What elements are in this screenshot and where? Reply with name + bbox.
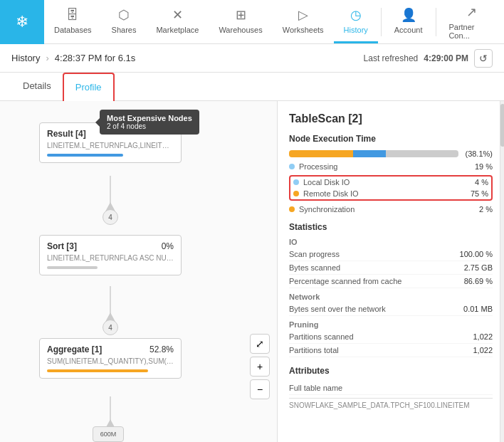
partitions-scanned-label: Partitions scanned <box>289 332 354 341</box>
worksheets-icon: ▷ <box>298 7 308 23</box>
bytes-network-label: Bytes sent over the network <box>289 305 386 313</box>
stats-row-cache-pct: Percentage scanned from cache 86.69 % <box>289 275 493 288</box>
warehouses-icon: ⊞ <box>236 7 246 23</box>
node-sort[interactable]: Sort [3] 0% LINEITEM.L_RETURNFLAG ASC NU… <box>39 235 182 275</box>
full-table-name-label: Full table name <box>289 384 342 392</box>
node-sort-title: Sort [3] <box>47 241 77 251</box>
connector-label-3: 600M <box>93 426 124 442</box>
partitions-total-label: Partitions total <box>289 346 339 354</box>
nav-label-history: History <box>344 26 368 34</box>
breadcrumb-detail: 4:28:37 PM for 6.1s <box>55 53 135 63</box>
tooltip-most-expensive: Most Expensive Nodes 2 of 4 nodes <box>100 110 199 135</box>
exec-bar-sync: Synchronization 2 % <box>289 205 493 214</box>
nav-items: 🗄 Databases ⬡ Shares ✕ Marketplace ⊞ War… <box>44 0 504 43</box>
exec-sync-value: 2 % <box>464 205 493 214</box>
history-icon: ◷ <box>350 7 362 23</box>
breadcrumb-separator: › <box>46 53 48 63</box>
exec-total-value: (38.1%) <box>464 149 493 158</box>
full-table-name-value: SNOWFLAKE_SAMPLE_DATA.TPCH_SF100.LINEITE… <box>289 398 493 412</box>
marketplace-icon: ✕ <box>172 7 183 23</box>
graph-actions: ⤢ + − <box>250 334 270 399</box>
partner-connect-label: Partner Con... <box>448 23 494 40</box>
nav-item-shares[interactable]: ⬡ Shares <box>102 0 147 43</box>
remote-disk-dot <box>293 191 299 196</box>
last-refreshed-label: Last refreshed <box>364 53 419 63</box>
expand-button[interactable]: ⤢ <box>250 334 270 354</box>
tooltip-subtitle: 2 of 4 nodes <box>107 122 192 130</box>
partner-connect[interactable]: ↗ Partner Con... <box>439 0 504 43</box>
nav-label-databases: Databases <box>54 26 92 34</box>
nav-divider-2 <box>436 8 436 36</box>
last-refreshed-time: 4:29:00 PM <box>424 53 468 63</box>
stats-row-partitions-scanned: Partitions scanned 1,022 <box>289 330 493 344</box>
snowflake-logo: ❄ <box>16 13 28 31</box>
exec-processing-value: 19 % <box>464 162 493 171</box>
node-sort-bar <box>47 266 98 269</box>
tab-profile-label: Profile <box>75 82 102 93</box>
highlight-box: Local Disk IO 4 % Remote Disk IO 75 % <box>289 175 493 201</box>
nav-label-shares: Shares <box>112 26 137 34</box>
tab-profile[interactable]: Profile <box>63 73 115 101</box>
right-panel: TableScan [2] Node Execution Time (38.1%… <box>278 101 504 442</box>
tab-details-label: Details <box>23 80 51 91</box>
exec-remote-disk-value: 75 % <box>460 189 488 198</box>
tab-bar: Details Profile <box>0 73 504 101</box>
node-result-desc: LINEITEM.L_RETURNFLAG,LINEITEM.L_LIN... <box>47 142 174 149</box>
nav-item-databases[interactable]: 🗄 Databases <box>44 0 102 43</box>
bytes-network-value: 0.01 MB <box>463 305 493 313</box>
nav-label-worksheets: Worksheets <box>283 26 324 34</box>
node-aggregate-desc: SUM(LINEITEM.L_QUANTITY),SUM(LINEIT... <box>47 357 174 365</box>
exec-local-disk-label: Local Disk IO <box>303 178 460 186</box>
attributes-label: Attributes <box>289 366 493 376</box>
sync-dot <box>289 206 295 212</box>
breadcrumb-right: Last refreshed 4:29:00 PM ↺ <box>364 49 493 68</box>
exec-local-disk-value: 4 % <box>460 178 488 186</box>
stats-row-bytes-scanned: Bytes scanned 2.75 GB <box>289 261 493 275</box>
exec-remote-disk-label: Remote Disk IO <box>303 189 460 198</box>
exec-bar-local-disk: Local Disk IO 4 % <box>293 178 488 186</box>
cache-pct-label: Percentage scanned from cache <box>289 277 401 285</box>
top-nav: ❄ 🗄 Databases ⬡ Shares ✕ Marketplace ⊞ W… <box>0 0 504 44</box>
breadcrumb-left: History › 4:28:37 PM for 6.1s <box>11 53 135 63</box>
tab-details[interactable]: Details <box>11 73 63 101</box>
partitions-total-value: 1,022 <box>473 346 493 354</box>
nav-item-history[interactable]: ◷ History <box>334 0 378 43</box>
cache-pct-value: 86.69 % <box>464 277 493 285</box>
node-sort-pct: 0% <box>162 241 174 251</box>
node-sort-desc: LINEITEM.L_RETURNFLAG ASC NULLS LA... <box>47 254 174 262</box>
scan-progress-value: 100.00 % <box>460 250 493 258</box>
stats-row-full-table-name: Full table name <box>289 382 493 395</box>
right-panel-title: TableScan [2] <box>289 112 493 125</box>
node-result-bar <box>47 154 123 157</box>
exec-bar-total: (38.1%) <box>289 149 493 158</box>
stats-category-pruning: Pruning <box>289 320 493 329</box>
nav-label-account: Account <box>394 26 423 34</box>
node-aggregate-title: Aggregate [1] <box>47 344 102 354</box>
local-disk-dot <box>293 179 299 185</box>
partner-connect-icon: ↗ <box>466 4 477 20</box>
shares-icon: ⬡ <box>118 7 130 23</box>
node-aggregate[interactable]: Aggregate [1] 52.8% SUM(LINEITEM.L_QUANT… <box>39 338 182 379</box>
bytes-scanned-label: Bytes scanned <box>289 263 340 272</box>
zoom-out-button[interactable]: − <box>250 379 270 399</box>
stats-row-bytes-network: Bytes sent over the network 0.01 MB <box>289 302 493 316</box>
logo-area[interactable]: ❄ <box>0 0 44 44</box>
databases-icon: 🗄 <box>66 8 79 23</box>
scan-progress-label: Scan progress <box>289 250 340 258</box>
stats-category-io: IO <box>289 238 493 246</box>
nav-item-account[interactable]: 👤 Account <box>384 0 433 43</box>
nav-item-worksheets[interactable]: ▷ Worksheets <box>273 0 334 43</box>
main-content: Most Expensive Nodes 2 of 4 nodes Result… <box>0 101 504 442</box>
stats-category-network: Network <box>289 293 493 301</box>
breadcrumb-section: History <box>11 53 40 63</box>
statistics-label: Statistics <box>289 222 493 232</box>
zoom-in-button[interactable]: + <box>250 357 270 377</box>
tooltip-title: Most Expensive Nodes <box>107 114 192 122</box>
refresh-button[interactable]: ↺ <box>474 49 493 68</box>
processing-dot <box>289 164 295 169</box>
node-result-title: Result [4] <box>47 129 86 139</box>
nav-item-warehouses[interactable]: ⊞ Warehouses <box>209 0 272 43</box>
exec-bar-processing: Processing 19 % <box>289 162 493 171</box>
nav-item-marketplace[interactable]: ✕ Marketplace <box>146 0 209 43</box>
exec-bar-remote-disk: Remote Disk IO 75 % <box>293 189 488 198</box>
